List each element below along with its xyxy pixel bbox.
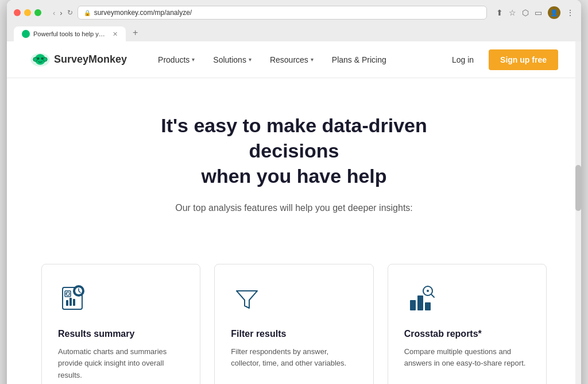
svg-rect-16 [417, 295, 423, 310]
nav-plans-label: Plans & Pricing [332, 55, 386, 64]
card-results-description: Automatic charts and summaries provide q… [58, 346, 184, 382]
active-tab[interactable]: Powerful tools to help you ana... ✕ [14, 26, 126, 41]
card-results-summary: Results summary Automatic charts and sum… [41, 264, 200, 384]
hero-heading-line2: when you have help [201, 165, 386, 187]
more-options-icon[interactable]: ⋮ [566, 8, 574, 17]
nav-solutions-label: Solutions [213, 55, 246, 64]
browser-body: SurveyMonkey Products ▾ Solutions ▾ Reso… [7, 41, 581, 384]
filter-results-icon [231, 283, 263, 315]
browser-actions: ⬆ ☆ ⬡ ▭ 👤 ⋮ [496, 6, 574, 19]
navbar: SurveyMonkey Products ▾ Solutions ▾ Reso… [7, 41, 581, 78]
nav-resources[interactable]: Resources ▾ [262, 51, 322, 69]
forward-arrow[interactable]: › [60, 9, 62, 17]
address-bar[interactable]: 🔒 surveymonkey.com/mp/analyze/ [78, 6, 487, 20]
scrollbar[interactable] [575, 41, 581, 384]
card-filter-title: Filter results [231, 329, 357, 339]
website: SurveyMonkey Products ▾ Solutions ▾ Reso… [7, 41, 581, 384]
sidebar-icon[interactable]: ▭ [535, 8, 542, 17]
browser-chrome: ‹ › ↻ 🔒 surveymonkey.com/mp/analyze/ ⬆ ☆… [7, 0, 581, 41]
logo-icon [30, 52, 51, 68]
hero-heading-line1: It's easy to make data-driven decisions [161, 114, 427, 162]
card-filter-description: Filter respondents by answer, collector,… [231, 346, 357, 382]
share-icon[interactable]: ⬆ [496, 8, 503, 17]
hero-subtitle: Our top analysis features will help you … [162, 203, 426, 213]
signup-button[interactable]: Sign up free [489, 49, 558, 70]
feature-cards: Results summary Automatic charts and sum… [7, 264, 581, 384]
card-crosstab-reports: Crosstab reports* Compare multiple quest… [388, 264, 547, 384]
refresh-icon[interactable]: ↻ [67, 9, 73, 17]
svg-point-5 [43, 57, 47, 61]
minimize-button[interactable] [24, 9, 31, 16]
address-text: surveymonkey.com/mp/analyze/ [94, 9, 192, 17]
user-avatar[interactable]: 👤 [548, 6, 560, 19]
scrollbar-thumb[interactable] [575, 165, 581, 211]
bookmark-icon[interactable]: ☆ [509, 8, 516, 17]
lock-icon: 🔒 [84, 10, 91, 16]
results-summary-icon [58, 283, 90, 315]
svg-rect-11 [69, 298, 72, 306]
close-button[interactable] [14, 9, 21, 16]
nav-products[interactable]: Products ▾ [150, 51, 203, 69]
browser-window: ‹ › ↻ 🔒 surveymonkey.com/mp/analyze/ ⬆ ☆… [7, 0, 581, 384]
svg-rect-15 [410, 300, 416, 310]
extension-icon[interactable]: ⬡ [522, 8, 529, 17]
svg-point-19 [427, 290, 429, 292]
card-crosstab-description: Compare multiple questions and answers i… [404, 346, 530, 382]
svg-point-4 [33, 57, 37, 61]
card-crosstab-title: Crosstab reports* [404, 329, 530, 339]
back-arrow[interactable]: ‹ [53, 9, 55, 17]
browser-nav: ‹ › ↻ [53, 9, 73, 17]
nav-solutions[interactable]: Solutions ▾ [205, 51, 260, 69]
maximize-button[interactable] [34, 9, 41, 16]
traffic-lights [14, 9, 41, 16]
card-filter-results: Filter results Filter respondents by ans… [214, 264, 373, 384]
svg-rect-12 [73, 299, 75, 306]
crosstab-reports-icon [404, 283, 436, 315]
tab-close-icon[interactable]: ✕ [113, 30, 118, 38]
tab-title: Powerful tools to help you ana... [33, 30, 108, 37]
svg-rect-10 [66, 300, 68, 306]
login-button[interactable]: Log in [444, 51, 482, 69]
hero-heading: It's easy to make data-driven decisions … [122, 113, 466, 189]
solutions-chevron-icon: ▾ [249, 56, 252, 63]
card-results-title: Results summary [58, 329, 184, 339]
nav-resources-label: Resources [270, 55, 308, 64]
resources-chevron-icon: ▾ [311, 56, 314, 63]
nav-products-label: Products [158, 55, 189, 64]
tab-bar: Powerful tools to help you ana... ✕ + [14, 24, 574, 41]
hero-section: It's easy to make data-driven decisions … [7, 78, 581, 264]
new-tab-button[interactable]: + [127, 24, 144, 41]
nav-links: Products ▾ Solutions ▾ Resources ▾ Plans… [150, 51, 444, 69]
nav-actions: Log in Sign up free [444, 49, 558, 70]
logo-text: SurveyMonkey [54, 53, 127, 66]
svg-rect-17 [425, 302, 431, 310]
products-chevron-icon: ▾ [192, 56, 195, 63]
svg-line-20 [431, 294, 434, 297]
tab-favicon [22, 30, 30, 38]
browser-controls: ‹ › ↻ 🔒 surveymonkey.com/mp/analyze/ ⬆ ☆… [14, 6, 574, 20]
logo[interactable]: SurveyMonkey [30, 52, 127, 68]
nav-plans-pricing[interactable]: Plans & Pricing [324, 51, 394, 69]
